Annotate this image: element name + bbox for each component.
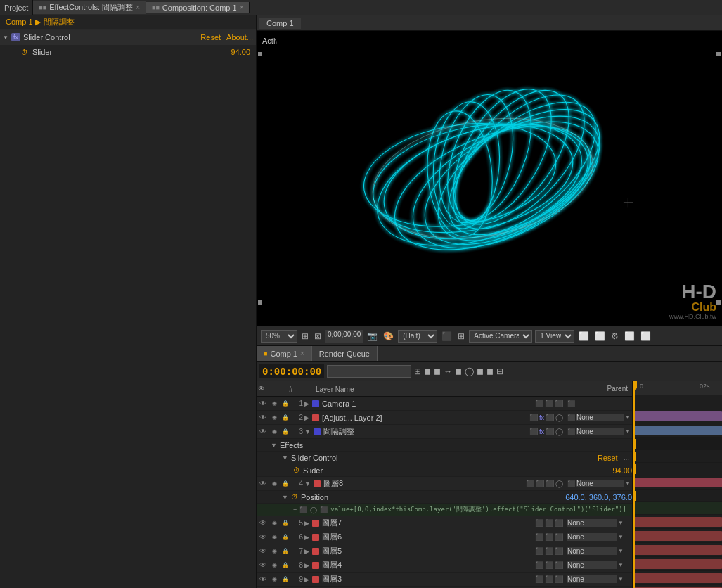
settings-icon[interactable]: ⚙ bbox=[610, 331, 620, 341]
timeline-search-input[interactable] bbox=[327, 365, 411, 378]
audio-toggle-3[interactable]: ◉ bbox=[269, 427, 279, 437]
expand-icon-5[interactable]: ▶ bbox=[304, 520, 309, 527]
motion-3[interactable]: ⬛ bbox=[546, 428, 554, 435]
expand-icon-2[interactable]: ▶ bbox=[304, 414, 309, 421]
layer-row[interactable]: 👁 ◉ 🔒 4 ▼ 圖層8 ⬛ ⬛ ⬛ ◯ bbox=[257, 477, 632, 491]
expand-triangle-icon[interactable]: ▼ bbox=[3, 34, 8, 41]
layer-row[interactable]: 👁 ◉ 🔒 8 ▶ 圖層4 ⬛ ⬛ ⬛ bbox=[257, 558, 632, 573]
color-icon[interactable]: 🎨 bbox=[382, 331, 395, 341]
quality-select[interactable]: (Half) (Full) (Third) bbox=[398, 330, 437, 343]
about-button[interactable]: About... bbox=[226, 33, 253, 41]
expr-icon-2[interactable]: ⬛ bbox=[299, 506, 307, 513]
solo-2[interactable]: ⬛ bbox=[529, 414, 538, 421]
expr-icon-3[interactable]: ◯ bbox=[310, 506, 317, 513]
parent-arrow-4[interactable]: ▼ bbox=[625, 480, 631, 487]
track-bar-4[interactable] bbox=[633, 478, 722, 487]
layer-row[interactable]: 👁 ◉ 🔒 1 ▶ Camera 1 ⬛ ⬛ ⬛ bbox=[257, 397, 632, 411]
comp-panel-tab[interactable]: Comp 1 bbox=[259, 18, 301, 29]
render-icon[interactable]: ⬜ bbox=[577, 331, 591, 341]
layer-row[interactable]: 👁 ◉ 🔒 5 ▶ 圖層7 ⬛ ⬛ ⬛ bbox=[257, 516, 632, 530]
eye-toggle-1[interactable]: 👁 bbox=[258, 399, 268, 409]
audio-toggle-2[interactable]: ◉ bbox=[269, 413, 279, 423]
composition-close-icon[interactable]: × bbox=[240, 4, 244, 11]
blend-2[interactable]: ◯ bbox=[555, 414, 563, 421]
layer-row[interactable]: 👁 ◉ 🔒 9 ▶ 圖層3 ⬛ ⬛ ⬛ bbox=[257, 573, 632, 587]
solo-4[interactable]: ⬛ bbox=[526, 480, 534, 487]
render-queue-tab[interactable]: Render Queue bbox=[312, 346, 378, 361]
timeline-icon-1[interactable]: ⊞ bbox=[414, 366, 421, 376]
blend-4[interactable]: ◯ bbox=[555, 480, 563, 487]
audio-toggle-1[interactable]: ◉ bbox=[269, 399, 279, 409]
preview-icon[interactable]: ⬜ bbox=[593, 331, 607, 341]
timeline-icon-7[interactable]: ◼ bbox=[477, 366, 484, 376]
timeline-icon-3[interactable]: ◼ bbox=[434, 366, 441, 376]
effect-controls-close-icon[interactable]: × bbox=[136, 4, 140, 11]
motion-4[interactable]: ⬛ bbox=[546, 480, 554, 487]
fx-1[interactable]: ⬛ bbox=[555, 400, 563, 407]
solo-1[interactable]: ⬛ bbox=[535, 400, 543, 407]
position-triangle-icon[interactable]: ▼ bbox=[282, 494, 288, 501]
timeline-icon-8[interactable]: ◼ bbox=[486, 366, 494, 376]
slider-value[interactable]: 94.00 bbox=[231, 48, 250, 56]
expr-icon-4[interactable]: ⬛ bbox=[320, 506, 328, 513]
timeline-comp-close[interactable]: × bbox=[300, 350, 304, 357]
track-bar-2[interactable] bbox=[633, 411, 722, 421]
playhead[interactable] bbox=[633, 381, 635, 588]
zoom-select[interactable]: 50% 100% 25% bbox=[261, 330, 297, 343]
view-count-select[interactable]: 1 View bbox=[535, 330, 574, 343]
eye-toggle-2[interactable]: 👁 bbox=[258, 413, 268, 423]
grid2-icon[interactable]: ⊞ bbox=[456, 331, 466, 341]
blend-3[interactable]: ◯ bbox=[555, 428, 563, 435]
lock-toggle-2[interactable]: 🔒 bbox=[281, 413, 290, 423]
layer-row[interactable]: 👁 ◉ 🔒 3 ▼ 間隔調整 ⬛ fx ⬛ ◯ bbox=[257, 425, 632, 439]
extra-icon[interactable]: ⬜ bbox=[623, 331, 636, 341]
grid-icon[interactable]: ⊠ bbox=[313, 331, 323, 341]
fx-badge-3[interactable]: fx bbox=[539, 428, 544, 435]
layer-row[interactable]: 👁 ◉ 🔒 2 ▶ [Adjust... Layer 2] ⬛ fx ⬛ bbox=[257, 411, 632, 425]
position-stopwatch-icon[interactable]: ⏱ bbox=[291, 493, 298, 501]
fx-badge-4[interactable]: ⬛ bbox=[536, 480, 544, 487]
lock-toggle-3[interactable]: 🔒 bbox=[281, 427, 290, 437]
stopwatch-icon[interactable]: ⏱ bbox=[21, 49, 28, 56]
reset-button[interactable]: Reset bbox=[200, 33, 221, 41]
slider-ctrl-triangle-icon[interactable]: ▼ bbox=[282, 454, 288, 461]
parent-arrow-3[interactable]: ▼ bbox=[625, 428, 631, 435]
effects-triangle-icon[interactable]: ▼ bbox=[271, 442, 277, 449]
effect-controls-tab[interactable]: ■■ EffectControls: 間隔調整 × bbox=[33, 1, 146, 14]
slider-value-sub[interactable]: 94.00 bbox=[612, 466, 632, 475]
motion-2[interactable]: ⬛ bbox=[546, 414, 554, 421]
parent-arrow-2[interactable]: ▼ bbox=[625, 414, 631, 421]
expand-icon-1[interactable]: ▶ bbox=[304, 400, 309, 407]
composition-viewer[interactable]: Active Camera bbox=[257, 31, 722, 326]
layer-row[interactable]: 👁 ◉ 🔒 7 ▶ 圖層5 ⬛ ⬛ ⬛ bbox=[257, 544, 632, 558]
motion-1[interactable]: ⬛ bbox=[545, 400, 553, 407]
timeline-comp-tab[interactable]: ■ Comp 1 × bbox=[257, 346, 312, 361]
track-bar-3[interactable] bbox=[633, 426, 722, 435]
audio-toggle-4[interactable]: ◉ bbox=[269, 479, 279, 489]
expr-equals-icon[interactable]: = bbox=[293, 506, 297, 513]
timeline-icon-9[interactable]: ⊟ bbox=[496, 366, 503, 376]
eye-toggle-3[interactable]: 👁 bbox=[258, 427, 268, 437]
track-area[interactable]: 0 02s 04s 06s 08s 10s bbox=[633, 381, 722, 588]
timeline-icon-4[interactable]: ↔ bbox=[444, 366, 452, 376]
timeline-icon-2[interactable]: ◼ bbox=[424, 366, 431, 376]
eye-toggle-4[interactable]: 👁 bbox=[258, 479, 268, 489]
timeline-icon-6[interactable]: ◯ bbox=[465, 366, 474, 376]
position-value[interactable]: 640.0, 360.0, 376.0 bbox=[565, 493, 632, 501]
slider-control-reset[interactable]: Reset bbox=[598, 454, 618, 462]
layer-row[interactable]: 👁 ◉ 🔒 6 ▶ 圖層6 ⬛ ⬛ ⬛ bbox=[257, 530, 632, 544]
fit-icon[interactable]: ⊞ bbox=[300, 331, 310, 341]
lock-toggle-4[interactable]: 🔒 bbox=[281, 479, 290, 489]
expand-icon-4[interactable]: ▼ bbox=[304, 480, 311, 487]
lock-toggle-1[interactable]: 🔒 bbox=[281, 399, 290, 409]
view-select[interactable]: Active Camera bbox=[469, 330, 532, 343]
timeline-icon-5[interactable]: ◼ bbox=[455, 366, 462, 376]
eye-toggle-5[interactable]: 👁 bbox=[258, 518, 268, 528]
expand-icon-3[interactable]: ▼ bbox=[304, 428, 311, 435]
camera-icon[interactable]: 📷 bbox=[366, 331, 379, 341]
fx-badge-2[interactable]: fx bbox=[539, 414, 544, 421]
slider-stopwatch-icon[interactable]: ⏱ bbox=[293, 466, 300, 474]
solo-3[interactable]: ⬛ bbox=[529, 428, 538, 435]
extra2-icon[interactable]: ⬜ bbox=[639, 331, 652, 341]
toggle-icon[interactable]: ⬛ bbox=[440, 331, 453, 341]
